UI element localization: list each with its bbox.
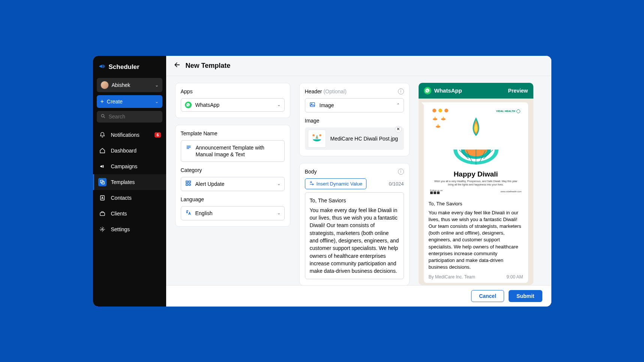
insert-dynamic-value-button[interactable]: Insert Dynamic Value (305, 178, 367, 189)
nav-label: Contacts (111, 195, 132, 201)
header-type-select[interactable]: Image ⌃ (305, 98, 404, 112)
avatar (101, 81, 109, 89)
chevron-down-icon: ⌄ (155, 82, 159, 88)
uploaded-file: ✕ MediCare HC Diwali Post.jpg (305, 127, 404, 150)
svg-point-0 (101, 114, 104, 117)
message-bubble: VIDAL HEALTH (424, 102, 528, 283)
search-input[interactable] (109, 114, 174, 120)
page-title: New Template (186, 62, 231, 70)
body-content: You make every day feel like Diwali in o… (310, 206, 399, 275)
body-label: Body i (305, 169, 404, 175)
nav-campaigns[interactable]: Campaigns (93, 159, 166, 174)
header-card: Header (Optional) i Image ⌃ Image ✕ (299, 83, 410, 156)
form-column-left: Apps WhatsApp ⌄ Template Name Announceme… (175, 83, 290, 285)
template-name-value: Announcement Template with Manual Image … (196, 144, 280, 158)
template-name-input[interactable]: Announcement Template with Manual Image … (181, 140, 285, 162)
cancel-button[interactable]: Cancel (471, 290, 504, 302)
file-thumbnail (308, 130, 326, 148)
body-toolbar: Insert Dynamic Value 0/1024 (305, 178, 404, 189)
svg-rect-6 (100, 212, 105, 215)
svg-point-7 (102, 229, 103, 230)
apps-card: Apps WhatsApp ⌄ (175, 83, 290, 118)
poster-brand: VIDAL HEALTH (496, 109, 520, 113)
nav-notifications[interactable]: Notifications 6 (93, 127, 166, 143)
svg-point-18 (319, 134, 321, 136)
remove-file-button[interactable]: ✕ (395, 126, 402, 133)
poster-footer: Follow us on www.vidalhealth.com (430, 189, 522, 194)
body-textarea[interactable]: To, The Saviors You make every day feel … (305, 192, 404, 280)
message-greeting: To, The Saviors (429, 201, 523, 206)
nav-dashboard[interactable]: Dashboard (93, 143, 166, 159)
header-type-value: Image (320, 102, 334, 108)
nav-clients[interactable]: Clients (93, 206, 166, 221)
language-value: English (195, 210, 213, 216)
message-footer: By MediCare Inc. Team 9:00 AM (429, 274, 523, 280)
search-bar[interactable] (97, 111, 162, 123)
chevron-down-icon: ⌄ (155, 99, 159, 104)
apps-label: Apps (181, 88, 285, 94)
megaphone-icon (99, 163, 106, 170)
info-icon[interactable]: i (398, 169, 404, 175)
plus-icon: + (101, 98, 104, 105)
nav-contacts[interactable]: Contacts (93, 190, 166, 206)
garland-decoration (432, 109, 448, 112)
gear-icon (99, 226, 106, 233)
app-logo: Scheduler (93, 56, 166, 77)
nav-label: Clients (111, 211, 127, 217)
bell-icon (99, 132, 106, 138)
poster-title: Happy Diwali (430, 170, 522, 178)
template-name-label: Template Name (181, 130, 285, 136)
preview-column: WhatsApp Preview (419, 83, 533, 285)
chevron-up-icon: ⌃ (396, 103, 400, 108)
char-counter: 0/1024 (389, 181, 404, 187)
submit-button[interactable]: Submit (509, 290, 542, 302)
templates-icon (99, 179, 106, 185)
create-button[interactable]: + Create ⌄ (97, 95, 162, 108)
nav-templates[interactable]: Templates (93, 174, 166, 190)
user-name: Abishek (112, 82, 152, 88)
message-time: 9:00 AM (506, 274, 523, 280)
contacts-icon (99, 194, 106, 201)
template-details-card: Template Name Announcement Template with… (175, 125, 290, 227)
whatsapp-icon (185, 102, 192, 108)
language-icon (185, 209, 192, 217)
language-select[interactable]: English ⌄ (181, 206, 285, 220)
nav-label: Dashboard (111, 148, 137, 154)
chevron-down-icon: ⌄ (277, 102, 281, 107)
image-icon (309, 102, 316, 109)
whatsapp-icon (424, 87, 431, 94)
insert-icon (309, 181, 314, 187)
nav-label: Settings (111, 226, 130, 232)
message-sender: By MediCare Inc. Team (429, 274, 476, 280)
action-footer: Cancel Submit (166, 285, 551, 307)
message-text: You make every day feel like Diwali in o… (429, 209, 523, 271)
info-icon[interactable]: i (398, 88, 404, 94)
category-label: Category (181, 167, 285, 173)
back-arrow-icon[interactable] (174, 61, 181, 70)
header-label: Header (Optional) i (305, 88, 404, 94)
social-icons (430, 191, 443, 194)
svg-point-14 (189, 184, 191, 185)
diya-icon (463, 115, 489, 149)
category-icon (185, 180, 192, 188)
poster-image: VIDAL HEALTH (427, 106, 525, 197)
language-label: Language (181, 196, 285, 202)
svg-point-17 (312, 134, 314, 136)
nav-settings[interactable]: Settings (93, 221, 166, 237)
svg-rect-11 (186, 181, 188, 183)
poster-url: www.vidalhealth.com (500, 190, 521, 193)
chevron-down-icon: ⌄ (277, 211, 281, 215)
form-column-middle: Header (Optional) i Image ⌃ Image ✕ (299, 83, 410, 285)
app-name: Scheduler (109, 63, 140, 71)
preview-label: Preview (508, 88, 528, 94)
main: New Template Apps WhatsApp ⌄ Template Na… (166, 56, 551, 307)
svg-line-1 (104, 117, 105, 118)
svg-point-5 (102, 197, 103, 198)
nav-label: Campaigns (111, 163, 138, 169)
svg-rect-15 (310, 102, 315, 106)
user-menu[interactable]: Abishek ⌄ (97, 78, 162, 92)
category-select[interactable]: Alert Update ⌄ (181, 177, 285, 191)
nav-label: Notifications (111, 132, 140, 138)
apps-select[interactable]: WhatsApp ⌄ (181, 98, 285, 112)
svg-rect-13 (186, 184, 188, 185)
